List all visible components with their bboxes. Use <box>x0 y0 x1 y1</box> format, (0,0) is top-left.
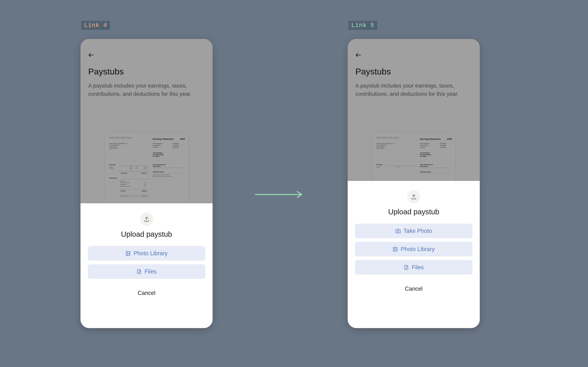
link-label-4: Link 4 <box>81 21 110 30</box>
svg-text:10018, 4928478: 10018, 4928478 <box>376 148 385 149</box>
svg-text:493 BROADWAY: 493 BROADWAY <box>153 154 164 156</box>
svg-text:Social Security Tax: Social Security Tax <box>120 182 129 183</box>
svg-rect-3 <box>115 137 120 139</box>
svg-text:Period Ending: Period Ending <box>420 145 428 146</box>
page-description: A paystub includes your earnings, taxes,… <box>355 82 462 98</box>
cancel-button[interactable]: Cancel <box>405 285 423 292</box>
svg-text:8.43: 8.43 <box>144 186 146 187</box>
svg-text:Statutory: Statutory <box>120 180 125 182</box>
svg-text:Other Benefits and: Other Benefits and <box>420 164 433 166</box>
svg-point-85 <box>397 230 399 232</box>
svg-text:NY State Income Tax: NY State Income Tax <box>120 186 130 187</box>
svg-rect-58 <box>388 137 393 139</box>
svg-text:Medicare Tax: Medicare Tax <box>120 184 127 185</box>
file-icon <box>404 265 409 270</box>
svg-text:WAREHOUSE DEPARTMENT LLC: WAREHOUSE DEPARTMENT LLC <box>109 143 128 144</box>
svg-text:$437.50: $437.50 <box>142 173 147 174</box>
doc-payee-name: JOE BURNAM <box>153 152 163 154</box>
svg-text:132 MULBERRY ST.: 132 MULBERRY ST. <box>376 145 387 146</box>
arrow-right-icon <box>255 191 304 198</box>
svg-rect-2 <box>109 137 114 139</box>
svg-rect-57 <box>382 137 387 139</box>
cancel-button[interactable]: Cancel <box>138 290 156 296</box>
svg-text:NEW YORK NY: NEW YORK NY <box>376 146 385 148</box>
option-label: Take Photo <box>404 228 432 234</box>
svg-text:493 BROADWAY: 493 BROADWAY <box>420 154 431 156</box>
svg-rect-56 <box>376 137 381 139</box>
svg-text:10/18/2020: 10/18/2020 <box>173 143 179 144</box>
phone-mockup-right: Paystubs A paystub includes your earning… <box>348 39 480 328</box>
take-photo-button[interactable]: Take Photo <box>355 224 472 238</box>
svg-text:JOE BURNAM: JOE BURNAM <box>420 152 430 154</box>
svg-text:NY 10038: NY 10038 <box>420 156 426 157</box>
doc-pay-date: Pay Date <box>153 147 158 148</box>
svg-text:ADP: ADP <box>447 138 452 140</box>
option-label: Photo Library <box>401 246 435 252</box>
svg-text:6.34: 6.34 <box>144 184 146 185</box>
svg-text:NEW YORK NY: NEW YORK NY <box>109 146 118 148</box>
svg-text:Overtime: Overtime <box>109 168 113 169</box>
doc-brand: ADP <box>180 138 185 140</box>
photo-library-button[interactable]: Photo Library <box>88 246 205 261</box>
svg-point-52 <box>127 252 128 253</box>
svg-text:$395.60: $395.60 <box>142 190 147 192</box>
svg-text:27.13: 27.13 <box>144 182 147 183</box>
upload-icon <box>407 190 420 203</box>
photo-library-button[interactable]: Photo Library <box>355 242 472 256</box>
svg-text:Earnings: Earnings <box>109 164 115 166</box>
svg-text:12/28/2020: 12/28/2020 <box>440 147 446 148</box>
back-button[interactable] <box>355 51 362 59</box>
svg-rect-5 <box>126 137 131 139</box>
svg-text:21.00: 21.00 <box>144 168 147 169</box>
svg-text:Earning Statement: Earning Statement <box>420 138 441 140</box>
svg-text:12/28/2020: 12/28/2020 <box>173 147 179 148</box>
svg-text:WAREHOUSE DEPARTMENT LLC: WAREHOUSE DEPARTMENT LLC <box>376 143 395 144</box>
files-button[interactable]: Files <box>88 264 205 279</box>
file-icon <box>137 269 142 274</box>
page-title: Paystubs <box>355 67 391 76</box>
svg-text:Information: Information <box>420 166 428 167</box>
doc-period-beginning: Period Beginning <box>153 143 162 144</box>
svg-text:Gross Pay: Gross Pay <box>121 173 127 174</box>
svg-text:10018, 4928478: 10018, 4928478 <box>109 148 118 149</box>
upload-icon <box>140 212 153 226</box>
svg-text:Period Beginning: Period Beginning <box>420 143 429 144</box>
svg-text:Deductions: Deductions <box>109 177 117 179</box>
svg-text:10/18/2020: 10/18/2020 <box>440 143 446 144</box>
phone-mockup-left: Paystubs A paystub includes your earning… <box>80 39 213 328</box>
upload-action-sheet: Upload paystub Take Photo Photo Library <box>348 181 480 328</box>
page-title: Paystubs <box>88 67 124 76</box>
svg-text:Lorem ipsum dolor sit amet con: Lorem ipsum dolor sit amet consectetur <box>153 174 170 175</box>
svg-text:1.00: 1.00 <box>136 168 138 169</box>
option-label: Files <box>145 268 156 275</box>
svg-text:Regular: Regular <box>109 167 113 167</box>
back-button[interactable] <box>87 51 95 59</box>
image-icon <box>126 251 131 256</box>
svg-text:adipiscing elit sed ut eiusmod: adipiscing elit sed ut eiusmod incidunt … <box>153 176 172 177</box>
svg-text:14.00: 14.00 <box>397 167 399 167</box>
svg-text:Other Benefits and: Other Benefits and <box>153 164 165 166</box>
option-label: Files <box>412 264 424 271</box>
option-label: Photo Library <box>134 250 167 257</box>
svg-rect-49 <box>120 195 150 197</box>
svg-text:Important Notes: Important Notes <box>420 171 431 173</box>
link-label-5: Link 5 <box>348 21 377 30</box>
svg-rect-59 <box>394 137 398 139</box>
image-icon <box>393 247 398 252</box>
svg-text:448.00: 448.00 <box>144 167 147 167</box>
svg-text:12/28/2020: 12/28/2020 <box>173 145 179 146</box>
svg-text:14.00: 14.00 <box>129 167 132 167</box>
camera-icon <box>395 228 401 234</box>
svg-text:12/28/2020: 12/28/2020 <box>440 145 446 146</box>
doc-period-ending: Period Ending <box>153 145 161 146</box>
doc-title: Earning Statement <box>153 138 173 140</box>
upload-action-sheet: Upload paystub Photo Library Files Ca <box>80 203 213 328</box>
document-preview: Earning Statement ADP WAREHOUSE DEPARTME… <box>105 133 188 206</box>
svg-text:Information: Information <box>153 166 161 167</box>
files-button[interactable]: Files <box>355 260 472 275</box>
page-description: A paystub includes your earnings, taxes,… <box>88 82 195 98</box>
svg-text:Net Pay: Net Pay <box>121 190 125 192</box>
svg-text:NY 10038: NY 10038 <box>153 156 159 157</box>
sheet-title: Upload paystub <box>121 230 172 238</box>
sheet-title: Upload paystub <box>388 208 439 216</box>
